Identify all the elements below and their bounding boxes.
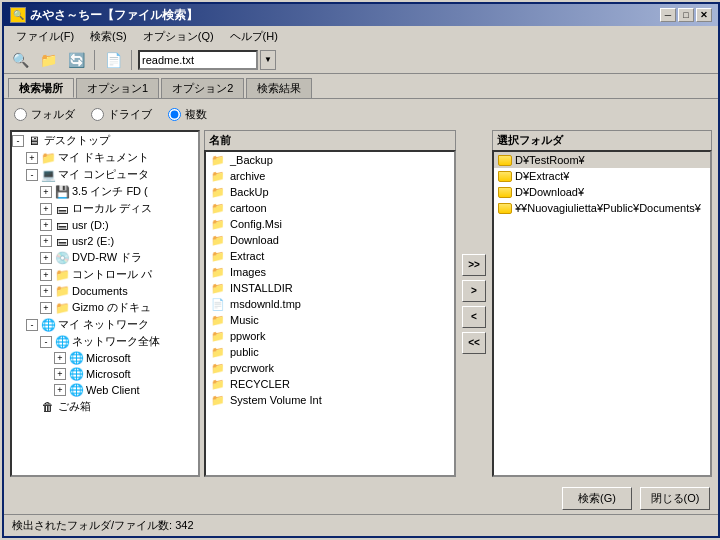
tree-expand-icon[interactable]: +: [54, 352, 66, 364]
file-row[interactable]: 📁ppwork: [206, 328, 454, 344]
tab-results[interactable]: 検索結果: [246, 78, 312, 98]
remove-all-button[interactable]: <<: [462, 332, 486, 354]
toolbar-btn-2[interactable]: 📁: [36, 49, 60, 71]
search-dropdown-button[interactable]: ▼: [260, 50, 276, 70]
add-button[interactable]: >: [462, 280, 486, 302]
close-button-bottom[interactable]: 閉じる(O): [640, 487, 710, 510]
radio-drive-input[interactable]: [91, 108, 104, 121]
selected-folder-row[interactable]: D¥TestRoom¥: [494, 152, 710, 168]
file-list-header: 名前: [204, 130, 456, 150]
tab-search-location[interactable]: 検索場所: [8, 78, 74, 98]
file-row[interactable]: 📁INSTALLDIR: [206, 280, 454, 296]
file-row[interactable]: 📁Music: [206, 312, 454, 328]
tree-item-label: Web Client: [86, 384, 140, 396]
close-button[interactable]: ✕: [696, 8, 712, 22]
selected-folder-row[interactable]: ¥¥Nuovagiulietta¥Public¥Documents¥: [494, 200, 710, 216]
tree-item[interactable]: +💾3.5 インチ FD (: [12, 183, 198, 200]
radio-multiple[interactable]: 複数: [168, 107, 207, 122]
file-row[interactable]: 📁System Volume Int: [206, 392, 454, 408]
file-name: archive: [230, 170, 265, 182]
tree-item[interactable]: +📁Gizmo のドキュ: [12, 299, 198, 316]
file-name: BackUp: [230, 186, 269, 198]
tree-expand-icon[interactable]: +: [40, 235, 52, 247]
menu-search[interactable]: 検索(S): [82, 27, 135, 46]
tree-item[interactable]: +🌐Web Client: [12, 382, 198, 398]
tree-expand-icon[interactable]: +: [40, 252, 52, 264]
menu-options[interactable]: オプション(Q): [135, 27, 222, 46]
file-row[interactable]: 📁cartoon: [206, 200, 454, 216]
tree-item[interactable]: +🌐Microsoft: [12, 350, 198, 366]
tree-item-label: マイ ドキュメント: [58, 150, 149, 165]
tree-expand-icon[interactable]: +: [40, 219, 52, 231]
tree-item[interactable]: +🌐Microsoft: [12, 366, 198, 382]
file-row[interactable]: 📁Config.Msi: [206, 216, 454, 232]
tree-expand-icon[interactable]: -: [26, 169, 38, 181]
tree-expand-icon[interactable]: +: [40, 203, 52, 215]
tab-option2[interactable]: オプション2: [161, 78, 244, 98]
search-button[interactable]: 検索(G): [562, 487, 632, 510]
file-row[interactable]: 📁_Backup: [206, 152, 454, 168]
menu-help[interactable]: ヘルプ(H): [222, 27, 286, 46]
tree-item[interactable]: +📁マイ ドキュメント: [12, 149, 198, 166]
toolbar-btn-4[interactable]: 📄: [101, 49, 125, 71]
file-row[interactable]: 📁archive: [206, 168, 454, 184]
maximize-button[interactable]: □: [678, 8, 694, 22]
minimize-button[interactable]: ─: [660, 8, 676, 22]
selected-folder-row[interactable]: D¥Extract¥: [494, 168, 710, 184]
file-row[interactable]: 📁Download: [206, 232, 454, 248]
radio-folder-input[interactable]: [14, 108, 27, 121]
tree-item-label: デスクトップ: [44, 133, 110, 148]
tree-expand-icon[interactable]: +: [40, 302, 52, 314]
file-name: Download: [230, 234, 279, 246]
selected-folder-path: ¥¥Nuovagiulietta¥Public¥Documents¥: [515, 202, 701, 214]
radio-multiple-input[interactable]: [168, 108, 181, 121]
tree-item[interactable]: +💿DVD-RW ドラ: [12, 249, 198, 266]
tree-expand-icon[interactable]: +: [26, 152, 38, 164]
file-list-scroll[interactable]: 📁_Backup📁archive📁BackUp📁cartoon📁Config.M…: [204, 150, 456, 477]
file-row[interactable]: 📁pvcrwork: [206, 360, 454, 376]
selected-folder-row[interactable]: D¥Download¥: [494, 184, 710, 200]
file-icon: 📁: [210, 233, 226, 247]
tree-expand-icon[interactable]: +: [40, 269, 52, 281]
tree-item[interactable]: +🖴usr2 (E:): [12, 233, 198, 249]
tabs-bar: 検索場所 オプション1 オプション2 検索結果: [4, 74, 718, 98]
tree-item[interactable]: 🗑ごみ箱: [12, 398, 198, 415]
tree-expand-icon[interactable]: -: [26, 319, 38, 331]
tree-item[interactable]: +🖴ローカル ディス: [12, 200, 198, 217]
radio-folder-label: フォルダ: [31, 107, 75, 122]
file-row[interactable]: 📁Images: [206, 264, 454, 280]
tree-item[interactable]: +📁コントロール パ: [12, 266, 198, 283]
tree-expand-icon[interactable]: +: [40, 285, 52, 297]
add-all-button[interactable]: >>: [462, 254, 486, 276]
tree-item[interactable]: -🌐マイ ネットワーク: [12, 316, 198, 333]
menu-file[interactable]: ファイル(F): [8, 27, 82, 46]
file-row[interactable]: 📄msdownld.tmp: [206, 296, 454, 312]
tree-item[interactable]: -💻マイ コンピュータ: [12, 166, 198, 183]
file-row[interactable]: 📁public: [206, 344, 454, 360]
file-row[interactable]: 📁Extract: [206, 248, 454, 264]
tree-item[interactable]: -🖥デスクトップ: [12, 132, 198, 149]
tree-panel[interactable]: -🖥デスクトップ+📁マイ ドキュメント-💻マイ コンピュータ+💾3.5 インチ …: [10, 130, 200, 477]
tree-expand-icon[interactable]: +: [54, 384, 66, 396]
search-input[interactable]: [138, 50, 258, 70]
tree-expand-icon[interactable]: +: [40, 186, 52, 198]
tree-expand-icon[interactable]: -: [12, 135, 24, 147]
file-name: Extract: [230, 250, 264, 262]
file-row[interactable]: 📁RECYCLER: [206, 376, 454, 392]
tree-expand-icon[interactable]: +: [54, 368, 66, 380]
toolbar-btn-1[interactable]: 🔍: [8, 49, 32, 71]
toolbar-btn-3[interactable]: 🔄: [64, 49, 88, 71]
tree-item[interactable]: +📁Documents: [12, 283, 198, 299]
tree-expand-icon[interactable]: -: [40, 336, 52, 348]
tree-item[interactable]: -🌐ネットワーク全体: [12, 333, 198, 350]
radio-folder[interactable]: フォルダ: [14, 107, 75, 122]
main-content: フォルダ ドライブ 複数 -🖥デスクトップ+📁マイ ドキュメント-💻マイ コンピ…: [4, 99, 718, 483]
radio-drive-label: ドライブ: [108, 107, 152, 122]
tree-item[interactable]: +🖴usr (D:): [12, 217, 198, 233]
selected-folders-list[interactable]: D¥TestRoom¥D¥Extract¥D¥Download¥¥¥Nuovag…: [492, 150, 712, 477]
remove-button[interactable]: <: [462, 306, 486, 328]
selected-folder-icon: [498, 171, 512, 182]
radio-drive[interactable]: ドライブ: [91, 107, 152, 122]
file-row[interactable]: 📁BackUp: [206, 184, 454, 200]
tab-option1[interactable]: オプション1: [76, 78, 159, 98]
